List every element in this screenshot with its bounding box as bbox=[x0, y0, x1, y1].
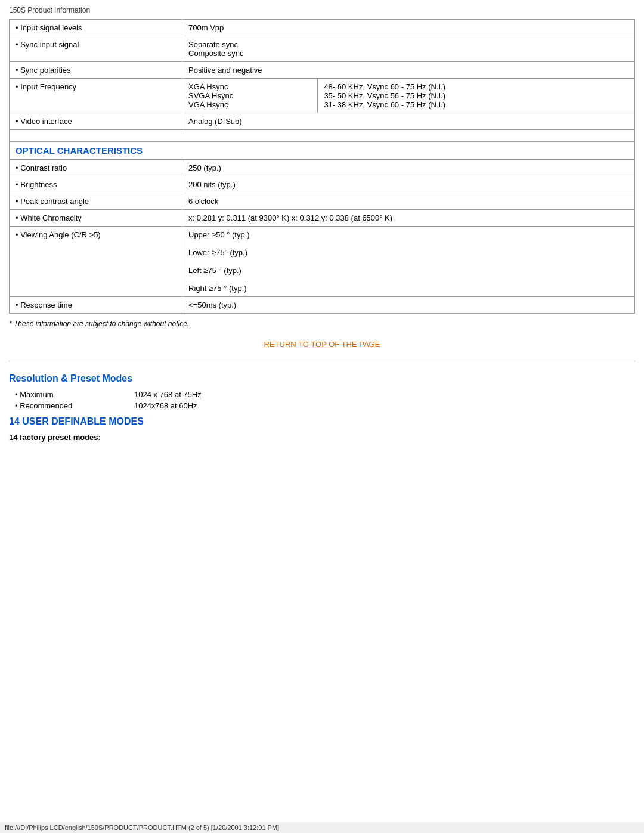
recommended-value: 1024x768 at 60Hz bbox=[134, 401, 197, 410]
row-value: Separate syncComposite sync bbox=[182, 36, 635, 62]
optical-header-text: OPTICAL CHARACTERISTICS bbox=[16, 145, 143, 156]
row-label: • Contrast ratio bbox=[10, 160, 182, 176]
page-title: 150S Product Information bbox=[9, 6, 90, 14]
row-label-response: • Response time bbox=[10, 297, 182, 314]
table-row: • Sync polarities Positive and negative bbox=[10, 62, 635, 79]
factory-preset-title: 14 factory preset modes: bbox=[9, 433, 635, 442]
status-bar-text: file:///D|/Philips LCD/english/150S/PROD… bbox=[5, 824, 279, 831]
optical-header: OPTICAL CHARACTERISTICS bbox=[10, 142, 635, 160]
row-label: • Sync polarities bbox=[10, 62, 182, 79]
table-row: • Contrast ratio 250 (typ.) bbox=[10, 160, 635, 176]
footnote: * These information are subject to chang… bbox=[9, 320, 635, 328]
row-label-frequency: • Input Frequency bbox=[10, 79, 182, 113]
row-value: 700m Vpp bbox=[182, 20, 635, 36]
row-value: 200 nits (typ.) bbox=[182, 176, 635, 193]
list-item-maximum: • Maximum 1024 x 768 at 75Hz bbox=[15, 390, 635, 399]
recommended-label: • Recommended bbox=[15, 401, 134, 410]
table-row-response: • Response time <=50ms (typ.) bbox=[10, 297, 635, 314]
resolution-title-text: Resolution & Preset Modes bbox=[9, 373, 132, 383]
row-label: • Peak contrast angle bbox=[10, 193, 182, 210]
row-value: 250 (typ.) bbox=[182, 160, 635, 176]
resolution-list: • Maximum 1024 x 768 at 75Hz • Recommend… bbox=[15, 390, 635, 410]
spec-table: • Input signal levels 700m Vpp • Sync in… bbox=[9, 19, 635, 314]
row-value: Positive and negative bbox=[182, 62, 635, 79]
table-row: • Input signal levels 700m Vpp bbox=[10, 20, 635, 36]
row-value-frequency: XGA HsyncSVGA HsyncVGA Hsync bbox=[182, 79, 318, 113]
table-row-viewing-angle: • Viewing Angle (C/R >5) Upper ≥50 ° (ty… bbox=[10, 227, 635, 297]
row-label: • Video interface bbox=[10, 113, 182, 130]
page-header: 150S Product Information bbox=[9, 6, 635, 14]
row-value-response: <=50ms (typ.) bbox=[182, 297, 635, 314]
row-value: 6 o'clock bbox=[182, 193, 635, 210]
user-definable-text: 14 USER DEFINABLE MODES bbox=[9, 416, 144, 426]
row-label: • Sync input signal bbox=[10, 36, 182, 62]
row-value: Analog (D-Sub) bbox=[182, 113, 635, 130]
row-label: • White Chromacity bbox=[10, 210, 182, 227]
row-value-frequency-values: 48- 60 KHz, Vsync 60 - 75 Hz (N.I.) 35- … bbox=[318, 79, 635, 113]
table-row: • White Chromacity x: 0.281 y: 0.311 (at… bbox=[10, 210, 635, 227]
maximum-value: 1024 x 768 at 75Hz bbox=[134, 390, 202, 399]
row-label-viewing: • Viewing Angle (C/R >5) bbox=[10, 227, 182, 297]
return-to-top-link[interactable]: RETURN TO TOP OF THE PAGE bbox=[264, 340, 380, 349]
table-row: • Video interface Analog (D-Sub) bbox=[10, 113, 635, 130]
user-definable-header: 14 USER DEFINABLE MODES bbox=[9, 416, 635, 427]
table-row: • Peak contrast angle 6 o'clock bbox=[10, 193, 635, 210]
resolution-title: Resolution & Preset Modes bbox=[9, 373, 635, 384]
empty-row bbox=[10, 130, 635, 142]
table-row: • Sync input signal Separate syncComposi… bbox=[10, 36, 635, 62]
row-label: • Brightness bbox=[10, 176, 182, 193]
status-bar: file:///D|/Philips LCD/english/150S/PROD… bbox=[0, 822, 644, 833]
maximum-label: • Maximum bbox=[15, 390, 134, 399]
optical-header-row: OPTICAL CHARACTERISTICS bbox=[10, 142, 635, 160]
row-value: x: 0.281 y: 0.311 (at 9300° K) x: 0.312 … bbox=[182, 210, 635, 227]
resolution-section: Resolution & Preset Modes • Maximum 1024… bbox=[9, 373, 635, 442]
return-link-container: RETURN TO TOP OF THE PAGE bbox=[9, 340, 635, 349]
footnote-text: * These information are subject to chang… bbox=[9, 320, 189, 328]
table-row: • Brightness 200 nits (typ.) bbox=[10, 176, 635, 193]
list-item-recommended: • Recommended 1024x768 at 60Hz bbox=[15, 401, 635, 410]
section-divider bbox=[9, 361, 635, 361]
return-link-text: RETURN TO TOP OF THE PAGE bbox=[264, 340, 380, 349]
table-row-frequency: • Input Frequency XGA HsyncSVGA HsyncVGA… bbox=[10, 79, 635, 113]
row-label: • Input signal levels bbox=[10, 20, 182, 36]
factory-preset-text: 14 factory preset modes: bbox=[9, 433, 101, 442]
row-value-viewing: Upper ≥50 ° (typ.) Lower ≥75° (typ.) Lef… bbox=[182, 227, 635, 297]
